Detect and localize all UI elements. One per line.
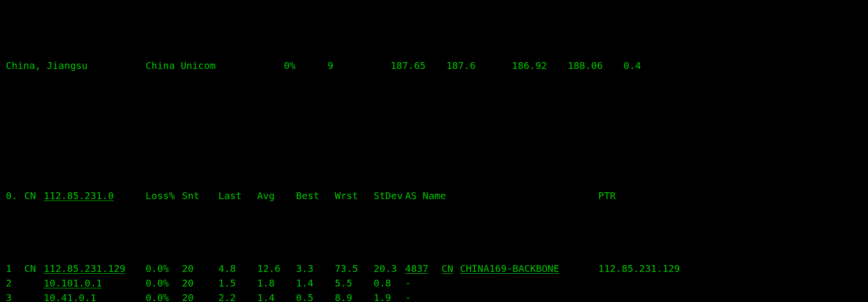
hop-rows: 1CN112.85.231.1290.0%204.812.63.373.520.… bbox=[0, 261, 868, 302]
header-wrst: Wrst bbox=[335, 188, 374, 203]
header-cc: CN bbox=[24, 188, 44, 203]
header-hop: 0. bbox=[0, 188, 24, 203]
hop-asname-dash: - bbox=[405, 276, 598, 290]
hop-ip-text: 112.85.231.129 bbox=[44, 263, 126, 274]
hop-ptr bbox=[598, 290, 868, 302]
header-last: Last bbox=[218, 188, 257, 203]
summary-location: China, Jiangsu bbox=[0, 58, 146, 73]
terminal-output: China, Jiangsu China Unicom 0% 9 187.65 … bbox=[0, 0, 868, 302]
hop-ip: 112.85.231.129 bbox=[44, 261, 146, 276]
summary-col1: 9 bbox=[328, 58, 391, 73]
hop-ptr: 112.85.231.129 bbox=[598, 261, 868, 276]
hop-snt: 20 bbox=[182, 276, 218, 290]
header-row: 0. CN 112.85.231.0 Loss% Snt Last Avg Be… bbox=[0, 188, 868, 203]
header-asname: AS Name bbox=[405, 188, 598, 203]
hop-hop: 2 bbox=[0, 276, 24, 290]
header-best: Best bbox=[296, 188, 335, 203]
hop-row: 210.101.0.10.0%201.51.81.45.50.8- bbox=[0, 276, 868, 290]
hop-hop: 1 bbox=[0, 261, 24, 276]
hop-best: 3.3 bbox=[296, 261, 335, 276]
hop-loss: 0.0% bbox=[146, 290, 182, 302]
hop-wrst: 8.9 bbox=[335, 290, 374, 302]
header-ptr: PTR bbox=[598, 188, 868, 203]
summary-col4: 186.92 bbox=[512, 58, 568, 73]
hop-best: 1.4 bbox=[296, 276, 335, 290]
summary-col3: 187.6 bbox=[446, 58, 512, 73]
header-snt: Snt bbox=[182, 188, 218, 203]
summary-col6: 0.4 bbox=[623, 58, 662, 73]
hop-asname-text: CHINA169-BACKBONE bbox=[460, 263, 559, 274]
hop-asn-text: 4837 bbox=[405, 263, 428, 274]
hop-asncc-text: CN bbox=[442, 263, 453, 274]
header-stdev: StDev bbox=[374, 188, 405, 203]
hop-loss: 0.0% bbox=[146, 276, 182, 290]
hop-row: 310.41.0.10.0%202.21.40.58.91.9- bbox=[0, 290, 868, 302]
hop-asname-dash: - bbox=[405, 290, 598, 302]
hop-ptr bbox=[598, 276, 868, 290]
header-loss: Loss% bbox=[146, 188, 182, 203]
hop-loss: 0.0% bbox=[146, 261, 182, 276]
blank-line bbox=[0, 117, 868, 130]
hop-hop: 3 bbox=[0, 290, 24, 302]
hop-row: 1CN112.85.231.1290.0%204.812.63.373.520.… bbox=[0, 261, 868, 276]
hop-asname: CHINA169-BACKBONE bbox=[460, 261, 598, 276]
header-avg: Avg bbox=[257, 188, 296, 203]
hop-ip-text: 10.41.0.1 bbox=[44, 292, 96, 302]
hop-avg: 12.6 bbox=[257, 261, 296, 276]
hop-wrst: 5.5 bbox=[335, 276, 374, 290]
header-ip-text: 112.85.231.0 bbox=[44, 190, 114, 201]
summary-col0: 0% bbox=[284, 58, 328, 73]
hop-cc bbox=[24, 290, 44, 302]
summary-row: China, Jiangsu China Unicom 0% 9 187.65 … bbox=[0, 58, 868, 73]
summary-col2: 187.65 bbox=[391, 58, 446, 73]
hop-stdev: 0.8 bbox=[374, 276, 405, 290]
hop-ip: 10.41.0.1 bbox=[44, 290, 146, 302]
hop-cc bbox=[24, 276, 44, 290]
hop-best: 0.5 bbox=[296, 290, 335, 302]
hop-avg: 1.4 bbox=[257, 290, 296, 302]
hop-asn: 4837 bbox=[405, 261, 442, 276]
hop-snt: 20 bbox=[182, 290, 218, 302]
hop-stdev: 20.3 bbox=[374, 261, 405, 276]
hop-asncc: CN bbox=[442, 261, 460, 276]
hop-ip-text: 10.101.0.1 bbox=[44, 277, 102, 289]
summary-isp: China Unicom bbox=[146, 58, 284, 73]
hop-last: 4.8 bbox=[218, 261, 257, 276]
hop-last: 1.5 bbox=[218, 276, 257, 290]
hop-wrst: 73.5 bbox=[335, 261, 374, 276]
header-ip: 112.85.231.0 bbox=[44, 188, 146, 203]
hop-snt: 20 bbox=[182, 261, 218, 276]
hop-stdev: 1.9 bbox=[374, 290, 405, 302]
summary-col5: 188.06 bbox=[568, 58, 623, 73]
hop-ip: 10.101.0.1 bbox=[44, 276, 146, 290]
hop-cc: CN bbox=[24, 261, 44, 276]
hop-avg: 1.8 bbox=[257, 276, 296, 290]
hop-last: 2.2 bbox=[218, 290, 257, 302]
